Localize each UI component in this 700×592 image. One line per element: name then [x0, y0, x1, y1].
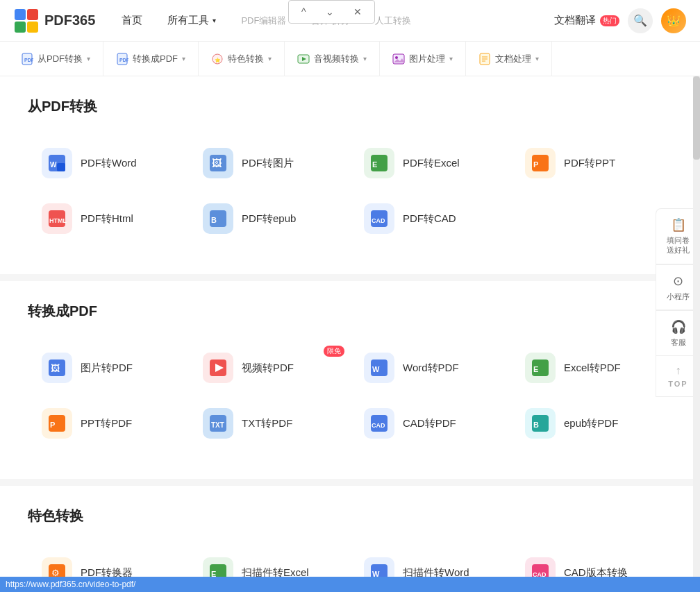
tool-pdf-to-image[interactable]: 🖼 PDF转图片: [189, 135, 350, 191]
nav-manual[interactable]: 人工转换: [369, 12, 417, 30]
status-url: https://www.pdf365.cn/video-to-pdf/: [6, 580, 135, 589]
top-label: TOP: [668, 380, 688, 388]
tool-excel-to-pdf[interactable]: E Excel转PDF: [511, 340, 672, 396]
word-to-pdf-label: Word转PDF: [403, 362, 459, 375]
dialog-hint: ^ ⌄ ✕: [288, 0, 375, 24]
pdf-to-image-label: PDF转图片: [242, 157, 294, 170]
top-arrow-icon: ↑: [676, 364, 681, 377]
pdf-to-html-label: PDF转Html: [81, 212, 133, 226]
svg-text:W: W: [50, 161, 57, 169]
excel-to-pdf-icon: E: [525, 353, 556, 383]
ppt-to-pdf-label: PPT转PDF: [81, 417, 132, 430]
svg-text:⭐: ⭐: [215, 57, 221, 63]
wdfy-btn[interactable]: 文档翻译 热门: [554, 14, 619, 27]
pdf-to-excel-icon: E: [364, 148, 394, 178]
svg-rect-2: [15, 22, 26, 33]
status-bar: https://www.pdf365.cn/video-to-pdf/: [0, 577, 700, 592]
svg-text:B: B: [533, 421, 539, 429]
pdf-to-cad-label: PDF转CAD: [403, 212, 456, 226]
image-proc-icon: [392, 53, 405, 65]
chevron-icon-3: ▾: [268, 55, 272, 62]
avatar-button[interactable]: 👑: [661, 8, 686, 33]
section-title-special: 特色转换: [28, 507, 672, 525]
pdf-to-epub-label: PDF转epub: [242, 212, 296, 226]
svg-text:TXT: TXT: [211, 421, 224, 429]
logo-text: PDF365: [44, 12, 95, 28]
nav-editor[interactable]: PDF编辑器: [235, 12, 292, 30]
limit-badge: 限免: [324, 346, 344, 357]
av-icon: [297, 53, 310, 65]
scroll-track[interactable]: [693, 76, 700, 577]
tool-txt-to-pdf[interactable]: TXT TXT转PDF: [189, 396, 350, 451]
svg-text:HTML: HTML: [49, 217, 67, 224]
pdf-to-html-icon: HTML: [42, 203, 72, 234]
pdf-to-ppt-label: PDF转PPT: [564, 157, 615, 170]
pdf-to-word-icon: W: [42, 148, 72, 178]
toolbar-av[interactable]: 音视频转换 ▾: [285, 42, 380, 76]
pdf-to-image-icon: 🖼: [203, 148, 233, 178]
nav-tools[interactable]: 所有工具: [162, 11, 222, 30]
svg-text:P: P: [50, 421, 55, 429]
section-divider-2: [0, 479, 700, 486]
svg-text:W: W: [372, 365, 380, 373]
tool-pdf-to-cad[interactable]: CAD PDF转CAD: [350, 191, 511, 246]
section-to-pdf: 转换成PDF 🖼 图片转PDF 视频转PDF 限免 W: [28, 302, 672, 451]
search-icon: 🔍: [633, 14, 647, 27]
toolbar-from-pdf[interactable]: PDF 从PDF转换 ▾: [14, 42, 103, 76]
toolbar-special[interactable]: ⭐ 特色转换 ▾: [199, 42, 285, 76]
toolbar-image[interactable]: 图片处理 ▾: [380, 42, 466, 76]
hot-badge: 热门: [600, 15, 619, 26]
excel-to-pdf-label: Excel转PDF: [564, 362, 621, 375]
nav-home[interactable]: 首页: [116, 11, 148, 30]
dialog-down-btn[interactable]: ⌄: [322, 5, 338, 19]
chevron-icon-6: ▾: [535, 55, 539, 62]
tool-pdf-to-word[interactable]: W PDF转Word: [28, 135, 189, 191]
special-icon: ⭐: [211, 53, 224, 65]
to-pdf-icon: PDF: [116, 53, 128, 65]
tool-pdf-to-excel[interactable]: E PDF转Excel: [350, 135, 511, 191]
chevron-icon-4: ▾: [363, 55, 367, 62]
doc-icon: [478, 53, 491, 65]
svg-text:CAD: CAD: [372, 422, 385, 429]
tool-word-to-pdf[interactable]: W Word转PDF: [350, 340, 511, 396]
search-button[interactable]: 🔍: [628, 8, 653, 33]
to-pdf-grid: 🖼 图片转PDF 视频转PDF 限免 W Word转PDF: [28, 340, 672, 451]
pdf-to-excel-label: PDF转Excel: [403, 157, 460, 170]
survey-icon: 📋: [671, 217, 686, 232]
tool-pdf-to-ppt[interactable]: P PDF转PPT: [511, 135, 672, 191]
toolbar: PDF 从PDF转换 ▾ PDF 转换成PDF ▾ ⭐ 特色转换 ▾ 音视频转换…: [0, 42, 700, 76]
video-to-pdf-icon: [203, 353, 233, 383]
svg-text:E: E: [372, 160, 377, 169]
logo[interactable]: PDF365: [14, 8, 95, 33]
pdf-to-word-label: PDF转Word: [81, 157, 137, 170]
scroll-thumb[interactable]: [693, 76, 700, 160]
svg-text:🖼: 🖼: [51, 363, 60, 373]
service-label: 客服: [671, 337, 686, 347]
section-divider-1: [0, 274, 700, 281]
svg-text:E: E: [533, 365, 538, 373]
miniapp-label: 小程序: [667, 291, 690, 301]
tool-cad-to-pdf[interactable]: CAD CAD转PDF: [350, 396, 511, 451]
txt-to-pdf-icon: TXT: [203, 408, 233, 439]
tool-epub-to-pdf[interactable]: B epub转PDF: [511, 396, 672, 451]
tool-image-to-pdf[interactable]: 🖼 图片转PDF: [28, 340, 189, 396]
cad-to-pdf-icon: CAD: [364, 408, 394, 439]
toolbar-doc[interactable]: 文档处理 ▾: [466, 42, 552, 76]
svg-text:B: B: [211, 216, 217, 224]
dialog-close-btn[interactable]: ✕: [349, 5, 366, 19]
svg-text:CAD: CAD: [372, 217, 385, 224]
image-to-pdf-icon: 🖼: [42, 353, 72, 383]
svg-rect-3: [27, 22, 38, 33]
epub-to-pdf-label: epub转PDF: [564, 417, 618, 430]
tool-video-to-pdf[interactable]: 视频转PDF 限免: [189, 340, 350, 396]
toolbar-to-pdf[interactable]: PDF 转换成PDF ▾: [103, 42, 199, 76]
tool-pdf-to-html[interactable]: HTML PDF转Html: [28, 191, 189, 246]
dialog-up-btn[interactable]: ^: [297, 5, 310, 19]
crown-icon: 👑: [667, 14, 681, 27]
svg-point-13: [395, 56, 398, 59]
txt-to-pdf-label: TXT转PDF: [242, 417, 292, 430]
tool-pdf-to-epub[interactable]: B PDF转epub: [189, 191, 350, 246]
tool-ppt-to-pdf[interactable]: P PPT转PDF: [28, 396, 189, 451]
chevron-icon-5: ▾: [449, 55, 453, 62]
pdf-to-ppt-icon: P: [525, 148, 556, 178]
